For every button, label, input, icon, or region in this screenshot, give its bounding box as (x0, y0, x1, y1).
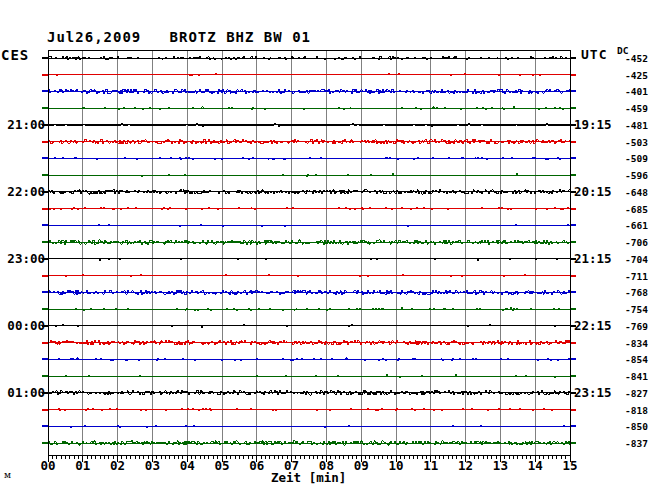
trace-noise (48, 274, 570, 277)
x-tick-label: 10 (385, 458, 407, 473)
trace-left-tick (42, 375, 48, 377)
trace-right-tick (570, 141, 576, 143)
dc-value-label: -711 (600, 271, 648, 282)
x-tick-label: 05 (211, 458, 233, 473)
left-time-label: 01:00 (0, 385, 45, 400)
dc-value-label: -685 (600, 204, 648, 215)
trace-noise (48, 123, 570, 126)
trace-right-tick (570, 358, 576, 360)
trace-right-tick (570, 208, 576, 210)
trace-left-tick (42, 409, 48, 411)
left-time-label: 22:00 (0, 184, 45, 199)
trace-right-tick (570, 241, 576, 243)
left-time-label: 23:00 (0, 251, 45, 266)
trace-right-tick (570, 157, 576, 159)
trace-right-tick (570, 74, 576, 76)
dc-value-label: -841 (600, 371, 648, 382)
dc-value-label: -706 (600, 237, 648, 248)
trace-left-tick (42, 90, 48, 92)
trace-noise (48, 89, 570, 94)
dc-value-label: -401 (600, 86, 648, 97)
dc-value-label: -452 (600, 53, 648, 64)
trace-left-tick (42, 358, 48, 360)
x-tick-label: 01 (72, 458, 94, 473)
trace-noise (48, 207, 570, 210)
dc-value-label: -425 (600, 70, 648, 81)
trace-left-tick (42, 425, 48, 427)
trace-right-tick (570, 275, 576, 277)
dc-value-label: -854 (600, 354, 648, 365)
trace-left-tick (42, 74, 48, 76)
dc-value-label: -834 (600, 338, 648, 349)
dc-value-label: -768 (600, 287, 648, 298)
helicorder-viewer: Jul26,2009 BROTZ BHZ BW 01 CES UTC DC Ze… (0, 0, 650, 494)
trace-left-tick (42, 208, 48, 210)
trace-right-tick (570, 224, 576, 226)
helicorder-plot (0, 0, 650, 494)
trace-noise (48, 375, 570, 378)
x-tick-label: 04 (176, 458, 198, 473)
trace-noise (48, 408, 570, 411)
trace-left-tick (42, 224, 48, 226)
trace-right-tick (570, 409, 576, 411)
x-tick-label: 07 (281, 458, 303, 473)
x-tick-label: 11 (420, 458, 442, 473)
x-tick-label: 09 (350, 458, 372, 473)
dc-value-label: -481 (600, 120, 648, 131)
trace-left-tick (42, 308, 48, 310)
dc-value-label: -827 (600, 388, 648, 399)
trace-left-tick (42, 141, 48, 143)
trace-left-tick (42, 107, 48, 109)
dc-value-label: -704 (600, 254, 648, 265)
dc-value-label: -509 (600, 153, 648, 164)
trace-noise (48, 425, 570, 428)
dc-value-label: -850 (600, 421, 648, 432)
trace-noise (48, 73, 570, 76)
trace-left-tick (42, 275, 48, 277)
dc-value-label: -754 (600, 304, 648, 315)
trace-left-tick (42, 342, 48, 344)
trace-left-tick (42, 174, 48, 176)
trace-left-tick (42, 57, 48, 59)
x-tick-label: 12 (455, 458, 477, 473)
x-tick-label: 03 (141, 458, 163, 473)
x-tick-label: 06 (246, 458, 268, 473)
x-tick-label: 00 (37, 458, 59, 473)
trace-noise (48, 324, 570, 327)
trace-right-tick (570, 425, 576, 427)
trace-noise (48, 224, 570, 227)
dc-value-label: -503 (600, 137, 648, 148)
dc-value-label: -661 (600, 220, 648, 231)
trace-right-tick (570, 342, 576, 344)
dc-value-label: -459 (600, 103, 648, 114)
trace-noise (48, 258, 570, 260)
trace-left-tick (42, 157, 48, 159)
trace-right-tick (570, 90, 576, 92)
trace-right-tick (570, 291, 576, 293)
dc-value-label: -596 (600, 170, 648, 181)
trace-left-tick (42, 291, 48, 293)
x-tick-label: 08 (315, 458, 337, 473)
left-time-label: 00:00 (0, 318, 45, 333)
x-tick-label: 14 (524, 458, 546, 473)
dc-value-label: -837 (600, 438, 648, 449)
trace-noise (48, 107, 570, 110)
trace-right-tick (570, 442, 576, 444)
trace-right-tick (570, 174, 576, 176)
x-tick-label: 15 (559, 458, 581, 473)
trace-right-tick (570, 57, 576, 59)
seismic-traces (42, 56, 576, 445)
trace-left-tick (42, 241, 48, 243)
trace-right-tick (570, 107, 576, 109)
dc-value-label: -648 (600, 187, 648, 198)
trace-noise (48, 308, 570, 311)
left-time-label: 21:00 (0, 117, 45, 132)
trace-right-tick (570, 308, 576, 310)
trace-right-tick (570, 375, 576, 377)
trace-left-tick (42, 442, 48, 444)
trace-noise (48, 157, 570, 160)
x-tick-label: 13 (489, 458, 511, 473)
x-tick-label: 02 (107, 458, 129, 473)
trace-noise (48, 174, 570, 177)
dc-value-label: -818 (600, 405, 648, 416)
